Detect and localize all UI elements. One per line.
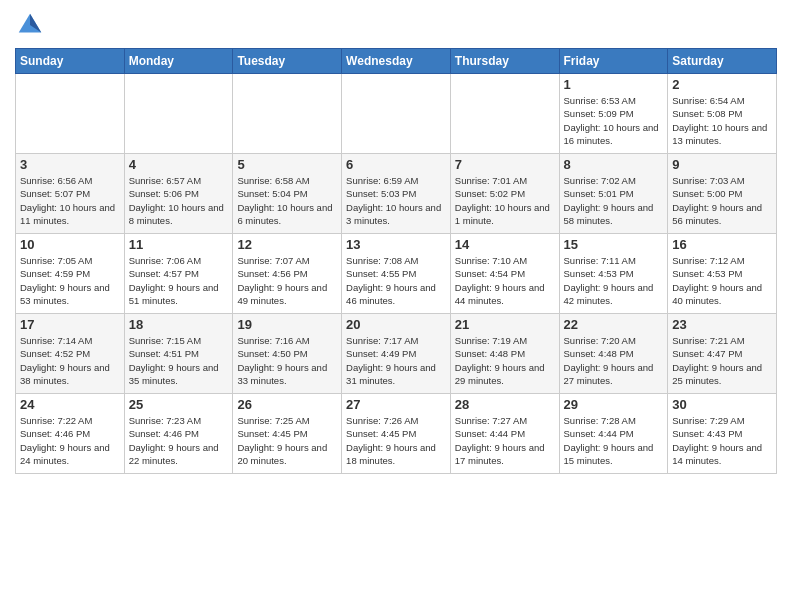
day-cell: 9Sunrise: 7:03 AM Sunset: 5:00 PM Daylig… [668, 154, 777, 234]
day-cell [16, 74, 125, 154]
day-number: 18 [129, 317, 229, 332]
day-cell [124, 74, 233, 154]
header-cell-monday: Monday [124, 49, 233, 74]
day-number: 20 [346, 317, 446, 332]
day-info: Sunrise: 7:14 AM Sunset: 4:52 PM Dayligh… [20, 334, 120, 387]
calendar-header: SundayMondayTuesdayWednesdayThursdayFrid… [16, 49, 777, 74]
day-info: Sunrise: 7:08 AM Sunset: 4:55 PM Dayligh… [346, 254, 446, 307]
calendar-table: SundayMondayTuesdayWednesdayThursdayFrid… [15, 48, 777, 474]
day-cell: 27Sunrise: 7:26 AM Sunset: 4:45 PM Dayli… [342, 394, 451, 474]
day-info: Sunrise: 6:57 AM Sunset: 5:06 PM Dayligh… [129, 174, 229, 227]
day-cell: 30Sunrise: 7:29 AM Sunset: 4:43 PM Dayli… [668, 394, 777, 474]
day-number: 23 [672, 317, 772, 332]
day-cell: 25Sunrise: 7:23 AM Sunset: 4:46 PM Dayli… [124, 394, 233, 474]
day-number: 14 [455, 237, 555, 252]
day-number: 17 [20, 317, 120, 332]
day-info: Sunrise: 7:12 AM Sunset: 4:53 PM Dayligh… [672, 254, 772, 307]
day-info: Sunrise: 7:07 AM Sunset: 4:56 PM Dayligh… [237, 254, 337, 307]
day-cell: 15Sunrise: 7:11 AM Sunset: 4:53 PM Dayli… [559, 234, 668, 314]
day-number: 8 [564, 157, 664, 172]
day-cell: 21Sunrise: 7:19 AM Sunset: 4:48 PM Dayli… [450, 314, 559, 394]
day-cell: 12Sunrise: 7:07 AM Sunset: 4:56 PM Dayli… [233, 234, 342, 314]
day-info: Sunrise: 7:22 AM Sunset: 4:46 PM Dayligh… [20, 414, 120, 467]
day-cell: 5Sunrise: 6:58 AM Sunset: 5:04 PM Daylig… [233, 154, 342, 234]
day-number: 29 [564, 397, 664, 412]
day-cell: 8Sunrise: 7:02 AM Sunset: 5:01 PM Daylig… [559, 154, 668, 234]
week-row-1: 1Sunrise: 6:53 AM Sunset: 5:09 PM Daylig… [16, 74, 777, 154]
main-container: SundayMondayTuesdayWednesdayThursdayFrid… [0, 0, 792, 479]
day-number: 28 [455, 397, 555, 412]
day-cell: 17Sunrise: 7:14 AM Sunset: 4:52 PM Dayli… [16, 314, 125, 394]
day-info: Sunrise: 6:59 AM Sunset: 5:03 PM Dayligh… [346, 174, 446, 227]
day-info: Sunrise: 7:11 AM Sunset: 4:53 PM Dayligh… [564, 254, 664, 307]
day-cell [233, 74, 342, 154]
day-info: Sunrise: 7:25 AM Sunset: 4:45 PM Dayligh… [237, 414, 337, 467]
header-cell-saturday: Saturday [668, 49, 777, 74]
day-cell: 7Sunrise: 7:01 AM Sunset: 5:02 PM Daylig… [450, 154, 559, 234]
day-cell: 6Sunrise: 6:59 AM Sunset: 5:03 PM Daylig… [342, 154, 451, 234]
day-cell: 22Sunrise: 7:20 AM Sunset: 4:48 PM Dayli… [559, 314, 668, 394]
day-cell: 29Sunrise: 7:28 AM Sunset: 4:44 PM Dayli… [559, 394, 668, 474]
day-cell [342, 74, 451, 154]
day-number: 6 [346, 157, 446, 172]
day-number: 3 [20, 157, 120, 172]
week-row-5: 24Sunrise: 7:22 AM Sunset: 4:46 PM Dayli… [16, 394, 777, 474]
day-info: Sunrise: 7:05 AM Sunset: 4:59 PM Dayligh… [20, 254, 120, 307]
day-info: Sunrise: 6:53 AM Sunset: 5:09 PM Dayligh… [564, 94, 664, 147]
day-number: 15 [564, 237, 664, 252]
day-number: 12 [237, 237, 337, 252]
day-cell: 18Sunrise: 7:15 AM Sunset: 4:51 PM Dayli… [124, 314, 233, 394]
day-number: 16 [672, 237, 772, 252]
day-number: 7 [455, 157, 555, 172]
day-cell: 16Sunrise: 7:12 AM Sunset: 4:53 PM Dayli… [668, 234, 777, 314]
day-cell: 14Sunrise: 7:10 AM Sunset: 4:54 PM Dayli… [450, 234, 559, 314]
header-cell-tuesday: Tuesday [233, 49, 342, 74]
calendar-body: 1Sunrise: 6:53 AM Sunset: 5:09 PM Daylig… [16, 74, 777, 474]
header-cell-sunday: Sunday [16, 49, 125, 74]
day-cell: 28Sunrise: 7:27 AM Sunset: 4:44 PM Dayli… [450, 394, 559, 474]
day-info: Sunrise: 7:10 AM Sunset: 4:54 PM Dayligh… [455, 254, 555, 307]
day-number: 26 [237, 397, 337, 412]
day-info: Sunrise: 6:56 AM Sunset: 5:07 PM Dayligh… [20, 174, 120, 227]
day-cell: 13Sunrise: 7:08 AM Sunset: 4:55 PM Dayli… [342, 234, 451, 314]
day-number: 9 [672, 157, 772, 172]
week-row-4: 17Sunrise: 7:14 AM Sunset: 4:52 PM Dayli… [16, 314, 777, 394]
day-number: 22 [564, 317, 664, 332]
day-number: 5 [237, 157, 337, 172]
header-cell-thursday: Thursday [450, 49, 559, 74]
week-row-2: 3Sunrise: 6:56 AM Sunset: 5:07 PM Daylig… [16, 154, 777, 234]
day-number: 4 [129, 157, 229, 172]
day-number: 19 [237, 317, 337, 332]
day-info: Sunrise: 7:29 AM Sunset: 4:43 PM Dayligh… [672, 414, 772, 467]
day-cell: 10Sunrise: 7:05 AM Sunset: 4:59 PM Dayli… [16, 234, 125, 314]
day-info: Sunrise: 7:26 AM Sunset: 4:45 PM Dayligh… [346, 414, 446, 467]
header-cell-wednesday: Wednesday [342, 49, 451, 74]
day-info: Sunrise: 7:16 AM Sunset: 4:50 PM Dayligh… [237, 334, 337, 387]
day-cell: 3Sunrise: 6:56 AM Sunset: 5:07 PM Daylig… [16, 154, 125, 234]
day-cell: 2Sunrise: 6:54 AM Sunset: 5:08 PM Daylig… [668, 74, 777, 154]
header-cell-friday: Friday [559, 49, 668, 74]
day-number: 27 [346, 397, 446, 412]
day-info: Sunrise: 7:28 AM Sunset: 4:44 PM Dayligh… [564, 414, 664, 467]
day-cell: 1Sunrise: 6:53 AM Sunset: 5:09 PM Daylig… [559, 74, 668, 154]
day-number: 30 [672, 397, 772, 412]
header [15, 10, 777, 40]
day-info: Sunrise: 7:02 AM Sunset: 5:01 PM Dayligh… [564, 174, 664, 227]
day-cell: 20Sunrise: 7:17 AM Sunset: 4:49 PM Dayli… [342, 314, 451, 394]
logo-icon [15, 10, 45, 40]
day-cell: 24Sunrise: 7:22 AM Sunset: 4:46 PM Dayli… [16, 394, 125, 474]
day-info: Sunrise: 6:58 AM Sunset: 5:04 PM Dayligh… [237, 174, 337, 227]
day-info: Sunrise: 7:01 AM Sunset: 5:02 PM Dayligh… [455, 174, 555, 227]
day-cell [450, 74, 559, 154]
day-number: 1 [564, 77, 664, 92]
day-info: Sunrise: 7:06 AM Sunset: 4:57 PM Dayligh… [129, 254, 229, 307]
day-info: Sunrise: 7:27 AM Sunset: 4:44 PM Dayligh… [455, 414, 555, 467]
day-cell: 11Sunrise: 7:06 AM Sunset: 4:57 PM Dayli… [124, 234, 233, 314]
day-number: 25 [129, 397, 229, 412]
logo [15, 10, 49, 40]
day-info: Sunrise: 7:21 AM Sunset: 4:47 PM Dayligh… [672, 334, 772, 387]
day-info: Sunrise: 7:20 AM Sunset: 4:48 PM Dayligh… [564, 334, 664, 387]
day-info: Sunrise: 7:17 AM Sunset: 4:49 PM Dayligh… [346, 334, 446, 387]
day-info: Sunrise: 7:23 AM Sunset: 4:46 PM Dayligh… [129, 414, 229, 467]
day-cell: 19Sunrise: 7:16 AM Sunset: 4:50 PM Dayli… [233, 314, 342, 394]
